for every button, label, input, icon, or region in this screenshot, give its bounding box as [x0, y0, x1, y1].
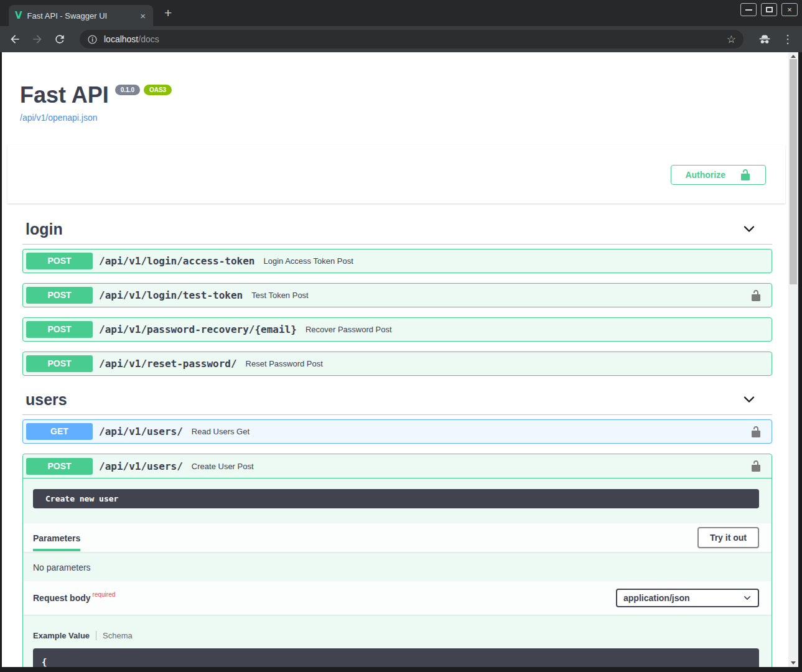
operation-path: /api/v1/login/access-token: [99, 255, 254, 267]
url-path: /docs: [138, 34, 159, 44]
fastapi-favicon-icon: V: [15, 10, 22, 21]
operation-path: /api/v1/users/: [99, 426, 183, 437]
auth-lock-button[interactable]: [750, 289, 762, 302]
operation-row-test-token[interactable]: POST /api/v1/login/test-token Test Token…: [22, 283, 772, 307]
unlocked-padlock-icon: [750, 426, 762, 438]
address-bar[interactable]: localhost/docs ☆: [80, 30, 744, 49]
maximize-icon: [766, 7, 773, 12]
request-body-header: Request body required application/json: [23, 581, 772, 615]
swagger-page: Fast API0.1.0OAS3 /api/v1/openapi.json A…: [2, 52, 798, 667]
maximize-button[interactable]: [761, 3, 777, 16]
tab-example-value[interactable]: Example Value: [33, 631, 90, 640]
scheme-container: Authorize: [7, 145, 785, 203]
tab-title: Fast API - Swagger UI: [27, 11, 134, 21]
method-badge: POST: [26, 321, 93, 338]
browser-tab[interactable]: V Fast API - Swagger UI ×: [9, 5, 153, 26]
method-badge: POST: [26, 253, 93, 269]
model-example-section: Example Value Schema {: [23, 615, 772, 667]
auth-lock-button[interactable]: [750, 460, 762, 472]
select-chevron-icon: [743, 594, 752, 602]
operation-description: Create new user: [33, 489, 759, 508]
scrollbar-down-arrow[interactable]: [791, 661, 796, 665]
unlocked-padlock-icon: [739, 169, 752, 181]
authorize-label: Authorize: [685, 170, 725, 180]
operation-path: /api/v1/login/test-token: [99, 289, 243, 301]
incognito-icon: [757, 32, 772, 47]
tab-separator: [96, 631, 96, 640]
openapi-spec-link[interactable]: /api/v1/openapi.json: [20, 113, 788, 123]
unlocked-padlock-icon: [750, 289, 762, 302]
try-it-out-button[interactable]: Try it out: [697, 527, 759, 548]
scrollbar-up-arrow[interactable]: [791, 55, 796, 58]
api-title: Fast API: [20, 82, 109, 108]
tab-close-icon[interactable]: ×: [139, 11, 147, 21]
operation-path: /api/v1/reset-password/: [99, 358, 237, 370]
api-header: Fast API0.1.0OAS3 /api/v1/openapi.json: [2, 52, 788, 123]
example-tabs: Example Value Schema: [33, 631, 759, 640]
operation-path: /api/v1/password-recovery/{email}: [99, 324, 297, 335]
browser-menu-icon[interactable]: ⋮: [782, 34, 793, 45]
new-tab-button[interactable]: +: [164, 6, 172, 21]
chevron-down-icon[interactable]: [743, 223, 755, 235]
minimize-button[interactable]: [740, 3, 757, 16]
section-title: users: [26, 391, 772, 409]
operation-row-reset-password[interactable]: POST /api/v1/reset-password/ Reset Passw…: [22, 352, 772, 376]
auth-lock-button[interactable]: [750, 426, 762, 438]
operation-row-password-recovery[interactable]: POST /api/v1/password-recovery/{email} R…: [22, 317, 772, 342]
required-label: required: [93, 591, 116, 598]
operation-summary: Reset Password Post: [246, 359, 323, 368]
example-code-block[interactable]: {: [33, 648, 759, 667]
request-body-label: Request body: [33, 593, 91, 603]
scrollbar-thumb[interactable]: [790, 59, 797, 284]
operation-summary: Login Access Token Post: [263, 256, 353, 266]
operation-summary: Read Users Get: [192, 427, 249, 436]
operation-summary: Recover Password Post: [305, 325, 392, 334]
back-icon[interactable]: [9, 33, 21, 45]
media-type-select[interactable]: application/json: [616, 589, 759, 607]
authorize-button[interactable]: Authorize: [671, 165, 766, 185]
window-controls: ×: [740, 3, 798, 16]
section-header-login[interactable]: login: [22, 203, 772, 245]
method-badge: POST: [26, 287, 93, 304]
operations-wrapper: login POST /api/v1/login/access-token Lo…: [22, 203, 772, 667]
page-scrollbar[interactable]: [788, 52, 798, 667]
version-badge: 0.1.0: [115, 85, 140, 95]
operation-path: /api/v1/users/: [99, 460, 183, 472]
oas3-badge: OAS3: [144, 85, 172, 95]
section-title: login: [26, 220, 772, 238]
forward-icon[interactable]: [31, 33, 44, 45]
swagger-content: Fast API0.1.0OAS3 /api/v1/openapi.json A…: [2, 52, 798, 667]
no-parameters-text: No parameters: [23, 552, 772, 581]
browser-toolbar: localhost/docs ☆ ⋮: [0, 26, 802, 52]
operation-summary: Test Token Post: [251, 291, 309, 300]
url-host: localhost: [104, 34, 138, 44]
chevron-down-icon[interactable]: [743, 393, 755, 406]
media-type-value: application/json: [623, 593, 690, 603]
unlocked-padlock-icon: [750, 460, 762, 472]
section-header-users[interactable]: users: [22, 376, 772, 415]
method-badge: POST: [26, 355, 93, 372]
close-icon: ×: [787, 5, 792, 14]
parameters-tab[interactable]: Parameters: [33, 524, 80, 551]
close-button[interactable]: ×: [781, 3, 798, 16]
method-badge: GET: [26, 423, 93, 440]
minimize-icon: [745, 9, 752, 11]
operation-block-create-user: POST /api/v1/users/ Create User Post Cre…: [22, 454, 772, 667]
bookmark-star-icon[interactable]: ☆: [727, 34, 736, 45]
operation-row-access-token[interactable]: POST /api/v1/login/access-token Login Ac…: [22, 249, 772, 273]
operation-summary: Create User Post: [192, 462, 254, 471]
browser-titlebar: V Fast API - Swagger UI × + ×: [0, 0, 802, 26]
site-info-icon[interactable]: [87, 34, 98, 45]
reload-icon[interactable]: [54, 33, 66, 45]
tab-schema[interactable]: Schema: [103, 631, 133, 640]
operation-row-read-users[interactable]: GET /api/v1/users/ Read Users Get: [22, 419, 772, 444]
operation-row-create-user[interactable]: POST /api/v1/users/ Create User Post: [23, 454, 772, 478]
method-badge: POST: [26, 458, 93, 475]
parameters-header: Parameters Try it out: [23, 523, 772, 552]
